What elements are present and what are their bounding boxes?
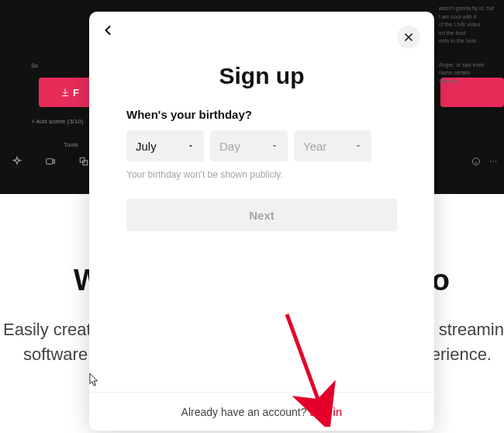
birthday-selects: July Day Year xyxy=(126,130,397,161)
next-button[interactable]: Next xyxy=(126,199,397,231)
modal-footer: Already have an account? Log in xyxy=(89,392,434,431)
modal-title: Sign up xyxy=(89,63,434,89)
svg-rect-0 xyxy=(47,159,53,165)
year-select[interactable]: Year xyxy=(294,130,371,161)
signup-modal: Sign up When's your birthday? July Day Y… xyxy=(89,12,434,431)
bg-button-frag: F xyxy=(73,87,79,99)
bg-right-text: wasn't gonna fly in, but I am cool with … xyxy=(434,0,504,178)
modal-body: When's your birthday? July Day Year Your… xyxy=(89,89,434,392)
camera-icon[interactable] xyxy=(41,152,60,171)
day-select[interactable]: Day xyxy=(210,130,288,161)
download-icon xyxy=(60,88,70,97)
modal-header xyxy=(89,12,434,49)
close-icon xyxy=(402,31,415,43)
birthday-label: When's your birthday? xyxy=(126,108,397,121)
bg-tools-row xyxy=(0,152,101,171)
birthday-hint: Your birthday won't be shown publicly. xyxy=(126,169,397,180)
year-placeholder: Year xyxy=(303,140,326,153)
back-button[interactable] xyxy=(100,23,116,38)
caret-down-icon xyxy=(271,142,278,150)
chevron-left-icon xyxy=(100,23,116,38)
footer-text: Already have an account? xyxy=(181,406,307,418)
month-select[interactable]: July xyxy=(126,130,204,161)
day-placeholder: Day xyxy=(219,140,240,153)
bg-tools-label: Tools xyxy=(64,141,78,148)
bg-sc-label: Sc xyxy=(31,62,38,69)
more-icon[interactable] xyxy=(488,157,498,166)
caret-down-icon xyxy=(354,142,362,150)
svg-point-3 xyxy=(473,158,480,165)
bg-right-icons xyxy=(471,157,498,166)
emoji-icon[interactable] xyxy=(471,157,481,166)
month-value: July xyxy=(136,140,157,153)
login-link[interactable]: Log in xyxy=(309,406,342,418)
bg-add-scene[interactable]: + Add scene (3/10) xyxy=(31,118,83,125)
svg-point-5 xyxy=(492,161,494,162)
close-button[interactable] xyxy=(397,26,420,49)
next-label: Next xyxy=(249,209,274,222)
caret-down-icon xyxy=(187,142,195,150)
sparkle-icon[interactable] xyxy=(8,152,26,171)
svg-point-6 xyxy=(495,161,497,162)
svg-point-4 xyxy=(490,161,492,162)
